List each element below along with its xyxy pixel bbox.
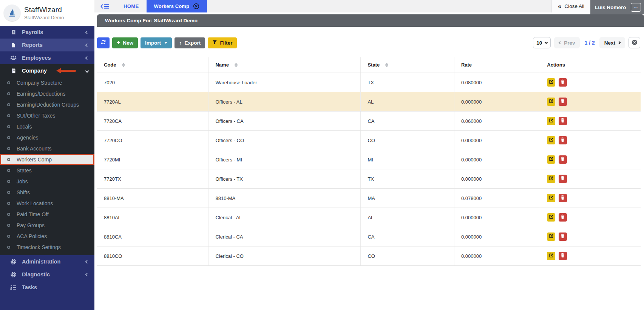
close-grid-button[interactable] bbox=[629, 37, 640, 48]
column-label: Rate bbox=[461, 62, 472, 68]
tab-workers-comp[interactable]: Workers Comp bbox=[147, 0, 207, 12]
page-size-select[interactable]: 10 bbox=[533, 37, 551, 48]
sidebar-item-administration[interactable]: Administration bbox=[0, 255, 94, 268]
close-all-button[interactable]: « Close All bbox=[551, 0, 590, 12]
column-header-code[interactable]: Code bbox=[97, 57, 208, 73]
circle-bullet-icon bbox=[7, 169, 10, 172]
collapse-sidebar-icon[interactable] bbox=[94, 0, 116, 12]
sidebar-menu: $ Payrolls Reports bbox=[0, 26, 94, 310]
cell-rate: 0.000000 bbox=[454, 246, 540, 266]
delete-button[interactable] bbox=[559, 98, 567, 106]
cell-name: Clerical - AL bbox=[208, 208, 361, 227]
refresh-button[interactable] bbox=[97, 37, 110, 48]
tab-close-icon[interactable] bbox=[193, 3, 199, 9]
sidebar-item-earnings-deductions[interactable]: Earnings/Deductions bbox=[0, 88, 94, 99]
chevron-left-icon bbox=[85, 30, 89, 34]
sidebar-item-locals[interactable]: Locals bbox=[0, 121, 94, 132]
sidebar-item-paid-time-off[interactable]: Paid Time Off bbox=[0, 209, 94, 220]
sidebar-item-shifts[interactable]: Shifts bbox=[0, 187, 94, 198]
sidebar-item-timeclock-settings[interactable]: Timeclock Settings bbox=[0, 242, 94, 253]
delete-button[interactable] bbox=[559, 252, 567, 260]
sidebar-item-pay-groups[interactable]: Pay Groups bbox=[0, 220, 94, 231]
sidebar-item-label: Diagnostic bbox=[22, 271, 50, 277]
content-area: + New Import ↑ Export bbox=[94, 27, 644, 310]
edit-button[interactable] bbox=[547, 252, 555, 260]
sidebar-item-company-structure[interactable]: Company Structure bbox=[0, 77, 94, 88]
cell-rate: 0.000000 bbox=[454, 208, 540, 227]
submenu-item-label: States bbox=[17, 167, 32, 174]
sidebar-item-aca-policies[interactable]: ACA Policies bbox=[0, 231, 94, 242]
delete-button[interactable] bbox=[559, 117, 567, 125]
sidebar-item-agencies[interactable]: Agencies bbox=[0, 132, 94, 143]
user-menu[interactable]: Luis Romero ... bbox=[590, 0, 644, 14]
column-header-name[interactable]: Name bbox=[208, 57, 361, 73]
sidebar-item-label: Payrolls bbox=[22, 29, 43, 35]
gear-icon bbox=[10, 271, 17, 278]
edit-button[interactable] bbox=[547, 213, 555, 222]
chevron-left-icon bbox=[85, 43, 89, 47]
export-button[interactable]: ↑ Export bbox=[175, 37, 205, 48]
prev-page-button[interactable]: Prev bbox=[554, 37, 580, 48]
sidebar-item-sui-other-taxes[interactable]: SUI/Other Taxes bbox=[0, 110, 94, 121]
submenu-item-label: Agencies bbox=[17, 135, 39, 141]
edit-button[interactable] bbox=[547, 98, 555, 106]
column-header-state[interactable]: State bbox=[361, 57, 454, 73]
sidebar-item-diagnostic[interactable]: Diagnostic bbox=[0, 268, 94, 281]
edit-button[interactable] bbox=[547, 155, 555, 164]
sidebar-item-company[interactable]: Company bbox=[0, 64, 94, 77]
edit-button[interactable] bbox=[547, 117, 555, 125]
next-page-button[interactable]: Next bbox=[599, 37, 625, 48]
cell-state: TX bbox=[361, 73, 454, 92]
filter-button[interactable]: Filter bbox=[208, 37, 237, 48]
cell-code: 7720CA bbox=[97, 112, 208, 131]
toolbar: + New Import ↑ Export bbox=[97, 37, 640, 48]
sidebar-item-bank-accounts[interactable]: Bank Accounts bbox=[0, 143, 94, 154]
sidebar-item-workers-comp[interactable]: Workers Comp bbox=[0, 154, 94, 165]
edit-button[interactable] bbox=[547, 175, 555, 183]
new-button[interactable]: + New bbox=[112, 37, 138, 48]
delete-button[interactable] bbox=[559, 175, 567, 183]
submenu-item-label: Company Structure bbox=[17, 80, 62, 86]
prev-label: Prev bbox=[564, 40, 575, 46]
import-button[interactable]: Import bbox=[141, 37, 172, 48]
delete-button[interactable] bbox=[559, 155, 567, 164]
edit-button[interactable] bbox=[547, 78, 555, 87]
cell-code: 8810CA bbox=[97, 227, 208, 246]
app-logo-icon bbox=[4, 5, 20, 21]
tab-home[interactable]: HOME bbox=[116, 0, 147, 12]
tab-home-label: HOME bbox=[124, 3, 139, 9]
more-button[interactable]: ... bbox=[631, 3, 641, 12]
cell-name: Officers - CO bbox=[208, 131, 361, 150]
app-window: StaffWizard StaffWizard Demo $ Payrolls bbox=[0, 0, 644, 310]
delete-button[interactable] bbox=[559, 194, 567, 202]
circle-bullet-icon bbox=[7, 81, 10, 84]
sidebar-item-jobs[interactable]: Jobs bbox=[0, 176, 94, 187]
cell-name: Clerical - CO bbox=[208, 246, 361, 266]
cell-actions bbox=[540, 246, 641, 266]
submenu-item-label: Bank Accounts bbox=[17, 146, 52, 152]
edit-pencil-icon bbox=[549, 195, 554, 201]
sidebar-item-earning-deduction-groups[interactable]: Earning/Deduction Groups bbox=[0, 99, 94, 110]
delete-button[interactable] bbox=[559, 232, 567, 241]
edit-button[interactable] bbox=[547, 232, 555, 241]
trash-icon bbox=[560, 195, 565, 201]
delete-button[interactable] bbox=[559, 136, 567, 144]
sidebar-item-states[interactable]: States bbox=[0, 165, 94, 176]
cell-actions bbox=[540, 131, 641, 150]
edit-button[interactable] bbox=[547, 136, 555, 144]
delete-button[interactable] bbox=[559, 78, 567, 87]
column-header-actions: Actions bbox=[540, 57, 641, 73]
column-header-rate[interactable]: Rate bbox=[454, 57, 540, 73]
edit-button[interactable] bbox=[547, 194, 555, 202]
delete-button[interactable] bbox=[559, 213, 567, 222]
sidebar-item-work-locations[interactable]: Work Locations bbox=[0, 198, 94, 209]
chevron-left-icon bbox=[559, 41, 562, 44]
sidebar-item-employees[interactable]: Employees bbox=[0, 51, 94, 64]
sidebar-item-reports[interactable]: Reports bbox=[0, 39, 94, 51]
sidebar-item-tasks[interactable]: Tasks bbox=[0, 281, 94, 294]
cell-actions bbox=[540, 227, 641, 246]
employees-icon bbox=[10, 55, 17, 60]
user-name[interactable]: Luis Romero bbox=[595, 5, 626, 10]
sidebar-item-payrolls[interactable]: $ Payrolls bbox=[0, 26, 94, 39]
cell-rate: 0.000000 bbox=[454, 131, 540, 150]
